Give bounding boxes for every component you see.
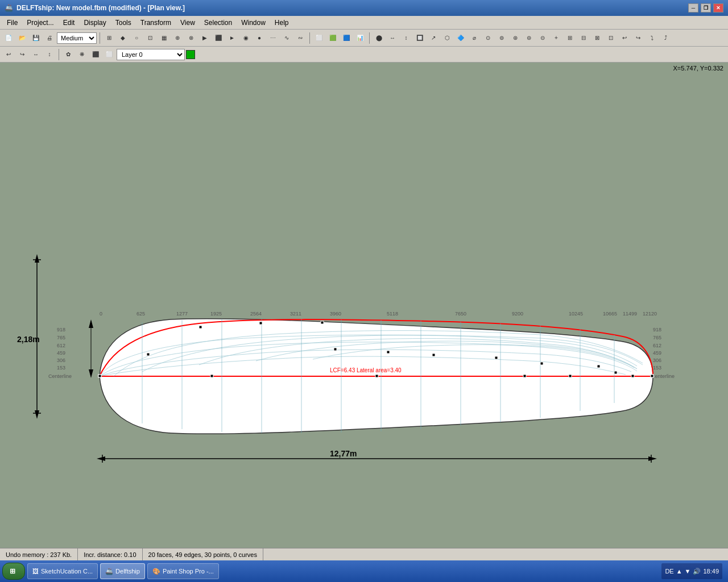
toolbar2-btn-3[interactable]: ↔ (30, 48, 42, 61)
restore-button[interactable]: ❐ (701, 3, 711, 13)
close-button[interactable]: ✕ (713, 3, 723, 13)
taskbar-btn-paintshop[interactable]: 🎨 Paint Shop Pro -... (147, 563, 219, 579)
layer-color-indicator (186, 50, 195, 59)
tray-arrow-down: ▼ (685, 568, 691, 575)
toolbar-btn-30[interactable]: ⊛ (509, 32, 522, 44)
svg-text:918: 918 (57, 327, 65, 332)
menu-file[interactable]: File (2, 18, 22, 28)
layer-dropdown[interactable]: Layer 0 (117, 49, 185, 60)
toolbar-btn-29[interactable]: ⊚ (495, 32, 508, 44)
svg-rect-60 (334, 348, 337, 351)
menu-project[interactable]: Project... (22, 18, 58, 28)
toolbar-btn-11[interactable]: ◉ (239, 32, 252, 44)
toolbar2-btn-5[interactable]: ✿ (62, 48, 75, 61)
system-tray: DE ▲ ▼ 🔊 18:49 (661, 563, 722, 579)
toolbar-btn-13[interactable]: ⋯ (267, 32, 279, 44)
toolbar-btn-3[interactable]: ○ (130, 32, 143, 44)
svg-text:Centerline: Centerline (48, 373, 72, 379)
svg-rect-72 (523, 375, 526, 377)
toolbar-btn-31[interactable]: ⊜ (523, 32, 535, 44)
toolbar-btn-35[interactable]: ⊟ (577, 32, 590, 44)
toolbar-btn-32[interactable]: ⊝ (536, 32, 549, 44)
toolbar-btn-18[interactable]: 🟦 (340, 32, 353, 44)
toolbar-btn-2[interactable]: ◆ (117, 32, 129, 44)
toolbar-btn-22[interactable]: ↕ (400, 32, 412, 44)
svg-text:10665: 10665 (603, 311, 617, 317)
toolbar-btn-5[interactable]: ▦ (158, 32, 170, 44)
menu-help[interactable]: Help (270, 18, 293, 28)
toolbar-btn-16[interactable]: ⬜ (313, 32, 325, 44)
taskbar-btn-delftship[interactable]: 🚢 Delftship (100, 563, 145, 579)
toolbar-btn-1[interactable]: ⊞ (103, 32, 115, 44)
toolbar-btn-10[interactable]: ► (226, 32, 238, 44)
titlebar-controls: ─ ❐ ✕ (688, 3, 723, 13)
toolbar-btn-36[interactable]: ⊠ (591, 32, 603, 44)
toolbar-btn-14[interactable]: ∿ (280, 32, 293, 44)
tray-lang: DE (665, 568, 673, 575)
toolbar-btn-33[interactable]: + (550, 32, 562, 44)
toolbar-btn-24[interactable]: ↗ (427, 32, 440, 44)
svg-text:153: 153 (57, 365, 65, 371)
taskbar-btn-sketchucation[interactable]: 🖼 SketchUcation C... (27, 563, 98, 579)
minimize-button[interactable]: ─ (688, 3, 698, 13)
toolbar-btn-28[interactable]: ⊙ (482, 32, 494, 44)
menu-window[interactable]: Window (237, 18, 270, 28)
taskbar: ⊞ 🖼 SketchUcation C... 🚢 Delftship 🎨 Pai… (0, 560, 728, 582)
toolbar2-btn-8[interactable]: ⬜ (103, 48, 115, 61)
separator-3 (369, 32, 370, 44)
menu-display[interactable]: Display (79, 18, 110, 28)
toolbar-btn-12[interactable]: ● (253, 32, 266, 44)
toolbar-btn-26[interactable]: 🔷 (454, 32, 467, 44)
save-button[interactable]: 💾 (30, 32, 42, 44)
toolbar2-btn-7[interactable]: ⬛ (89, 48, 102, 61)
toolbar-btn-41[interactable]: ⤴ (659, 32, 672, 44)
toolbar-btn-37[interactable]: ⊡ (605, 32, 617, 44)
menu-selection[interactable]: Selection (200, 18, 237, 28)
toolbar-btn-19[interactable]: 📊 (354, 32, 366, 44)
toolbar-btn-17[interactable]: 🟩 (326, 32, 339, 44)
toolbar-btn-38[interactable]: ↩ (618, 32, 631, 44)
toolbar-main: 📄 📂 💾 🖨 Medium Coarse Fine Extra Fine ⊞ … (0, 30, 728, 47)
separator-2 (309, 32, 310, 44)
toolbar-btn-20[interactable]: ⬤ (373, 32, 385, 44)
svg-rect-56 (147, 353, 150, 356)
svg-text:918: 918 (653, 327, 661, 332)
svg-text:459: 459 (57, 350, 65, 356)
statusbar: Undo memory : 237 Kb. Incr. distance: 0.… (0, 548, 728, 560)
toolbar-btn-40[interactable]: ⤵ (646, 32, 658, 44)
toolbar-btn-7[interactable]: ⊗ (185, 32, 197, 44)
toolbar2-btn-4[interactable]: ↕ (43, 48, 56, 61)
new-button[interactable]: 📄 (2, 32, 15, 44)
taskbar-right: DE ▲ ▼ 🔊 18:49 (661, 563, 726, 579)
toolbar-btn-15[interactable]: ∾ (294, 32, 307, 44)
toolbar-btn-34[interactable]: ⊞ (564, 32, 576, 44)
tray-speaker: 🔊 (693, 568, 701, 575)
menu-view[interactable]: View (176, 18, 200, 28)
toolbar2-btn-1[interactable]: ↩ (2, 48, 15, 61)
toolbar-btn-25[interactable]: ⬡ (441, 32, 453, 44)
toolbar-btn-27[interactable]: ⌀ (468, 32, 481, 44)
toolbar-btn-8[interactable]: ▶ (198, 32, 211, 44)
toolbar-btn-39[interactable]: ↪ (632, 32, 644, 44)
menubar: File Project... Edit Display Tools Trans… (0, 16, 728, 30)
canvas-area[interactable]: X=5.747, Y=0.332 2,18m 12,77m 0 625 1277… (0, 63, 728, 548)
toolbar-btn-21[interactable]: ↔ (386, 32, 399, 44)
svg-text:12,77m: 12,77m (330, 449, 357, 458)
paintshop-icon: 🎨 (152, 568, 160, 575)
svg-text:612: 612 (57, 343, 65, 348)
start-button[interactable]: ⊞ (2, 563, 25, 580)
print-button[interactable]: 🖨 (43, 32, 56, 44)
toolbar-btn-6[interactable]: ⊕ (171, 32, 184, 44)
toolbar-btn-9[interactable]: ⬛ (212, 32, 225, 44)
open-button[interactable]: 📂 (16, 32, 28, 44)
menu-edit[interactable]: Edit (59, 18, 80, 28)
svg-rect-58 (259, 322, 262, 325)
toolbar-btn-23[interactable]: 🔲 (413, 32, 426, 44)
toolbar2-btn-6[interactable]: ❋ (76, 48, 88, 61)
svg-rect-63 (495, 356, 498, 359)
toolbar-btn-4[interactable]: ⊡ (144, 32, 156, 44)
menu-transform[interactable]: Transform (136, 18, 176, 28)
menu-tools[interactable]: Tools (111, 18, 136, 28)
medium-dropdown[interactable]: Medium Coarse Fine Extra Fine (57, 32, 97, 44)
toolbar2-btn-2[interactable]: ↪ (16, 48, 28, 61)
